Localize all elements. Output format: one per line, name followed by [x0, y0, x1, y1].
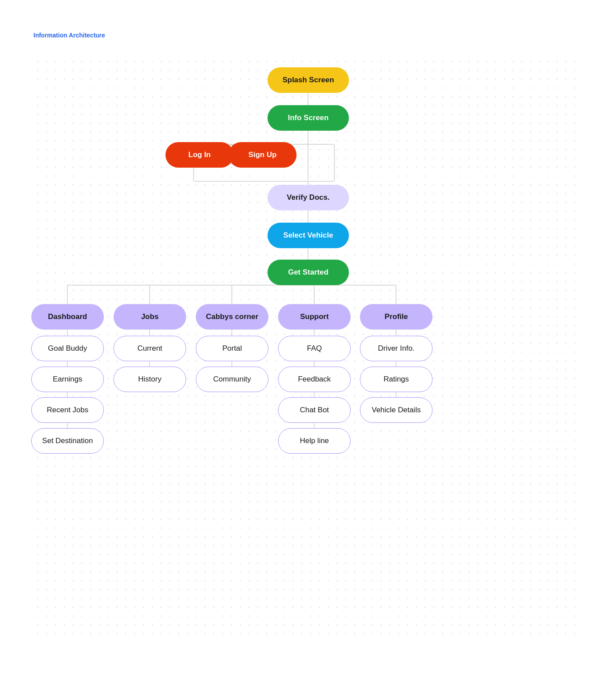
set-destination-node[interactable]: Set Destination	[31, 428, 104, 454]
goal-buddy-node[interactable]: Goal Buddy	[31, 336, 104, 361]
faq-node[interactable]: FAQ	[278, 336, 351, 361]
info-screen-node[interactable]: Info Screen	[268, 105, 349, 131]
dashboard-node[interactable]: Dashboard	[31, 304, 104, 330]
feedback-node[interactable]: Feedback	[278, 367, 351, 392]
driver-info-node[interactable]: Driver Info.	[360, 336, 433, 361]
chat-bot-node[interactable]: Chat Bot	[278, 397, 351, 423]
splash-screen-node[interactable]: Splash Screen	[268, 67, 349, 93]
verify-docs-node[interactable]: Verify Docs.	[268, 185, 349, 210]
login-node[interactable]: Log In	[165, 142, 234, 168]
current-node[interactable]: Current	[114, 336, 186, 361]
earnings-node[interactable]: Earnings	[31, 367, 104, 392]
get-started-node[interactable]: Get Started	[268, 260, 349, 285]
profile-node[interactable]: Profile	[360, 304, 433, 330]
ratings-node[interactable]: Ratings	[360, 367, 433, 392]
support-node[interactable]: Support	[278, 304, 351, 330]
recent-jobs-node[interactable]: Recent Jobs	[31, 397, 104, 423]
select-vehicle-node[interactable]: Select Vehicle	[268, 223, 349, 248]
vehicle-details-node[interactable]: Vehicle Details	[360, 397, 433, 423]
help-line-node[interactable]: Help line	[278, 428, 351, 454]
cabbys-corner-node[interactable]: Cabbys corner	[196, 304, 268, 330]
signup-node[interactable]: Sign Up	[228, 142, 297, 168]
portal-node[interactable]: Portal	[196, 336, 268, 361]
jobs-node[interactable]: Jobs	[114, 304, 186, 330]
community-node[interactable]: Community	[196, 367, 268, 392]
history-node[interactable]: History	[114, 367, 186, 392]
